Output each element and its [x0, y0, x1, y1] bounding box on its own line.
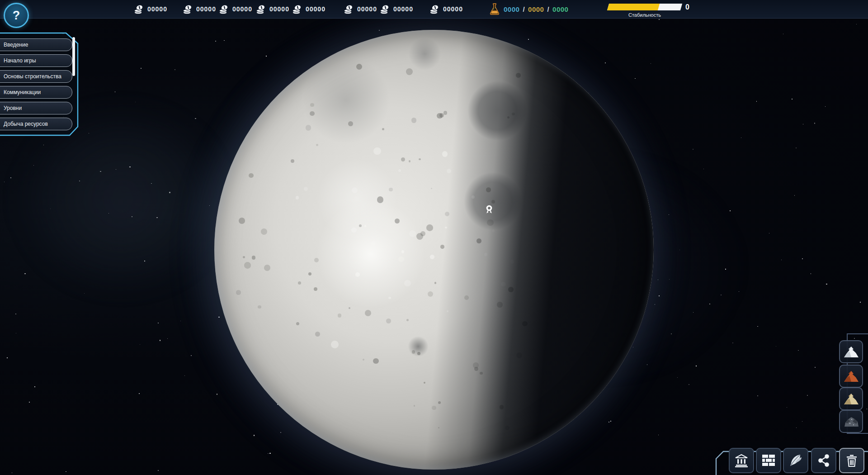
tutorial-item-label: Начало игры [0, 57, 36, 64]
resource-counter: 00000 [219, 0, 252, 18]
medal-marker-icon[interactable] [485, 204, 494, 217]
coin-stack-icon [344, 4, 354, 14]
resource-counter: 00000 [183, 0, 216, 18]
resource-slot-sand-powder[interactable] [839, 387, 863, 410]
coin-stack-icon [292, 4, 302, 14]
tutorial-item-urovni[interactable]: Уровни [0, 102, 72, 114]
tutorial-scrollbar-thumb[interactable] [72, 37, 75, 76]
stability-fill [607, 4, 660, 10]
resource-slot-metal-ore[interactable] [839, 410, 863, 433]
bank-building-icon [734, 454, 749, 467]
tutorial-item-vvedenie[interactable]: Введение [0, 38, 72, 51]
coin-stack-icon [183, 4, 193, 14]
share-button[interactable] [811, 448, 836, 473]
moon-planet[interactable] [214, 30, 654, 470]
resource-counter: 00000 [134, 0, 167, 18]
share-network-icon [817, 454, 830, 467]
game-screen: 00000 00000 00000 00000 00000 00000 0000… [0, 0, 868, 475]
resource-slot-red-powder[interactable] [839, 365, 863, 388]
build-wall-button[interactable] [756, 448, 781, 473]
tutorial-item-label: Уровни [0, 105, 22, 111]
resource-value: 00000 [393, 5, 413, 13]
white-powder-pile-icon [843, 345, 860, 359]
tutorial-item-label: Добыча ресурсов [0, 121, 48, 127]
science-second: 0000 [528, 5, 544, 13]
science-separator: / [523, 5, 525, 13]
resource-value: 00000 [357, 5, 377, 13]
tutorial-item-osnovy-stroitelstva[interactable]: Основы строительства [0, 70, 72, 83]
resource-slot-white-powder[interactable] [839, 340, 863, 363]
science-counter: 0000 / 0000 / 0000 [489, 0, 568, 18]
resource-value: 00000 [232, 5, 252, 13]
coin-stack-icon [429, 4, 440, 14]
tutorial-item-dobycha-resursov[interactable]: Добыча ресурсов [0, 118, 72, 130]
tutorial-item-label: Основы строительства [0, 73, 61, 80]
resource-counter: 00000 [429, 0, 463, 18]
resource-value: 00000 [443, 5, 463, 13]
tutorial-item-kommunikacii[interactable]: Коммуникации [0, 86, 72, 99]
science-separator: / [547, 5, 549, 13]
stability-bar [607, 4, 682, 10]
brick-wall-icon [761, 454, 776, 467]
tutorial-item-label: Введение [0, 42, 28, 48]
build-bank-button[interactable] [729, 448, 754, 473]
trash-bin-icon [845, 454, 858, 467]
metal-ore-pile-icon [843, 415, 860, 428]
help-question-icon: ? [13, 9, 20, 23]
resource-counter: 00000 [292, 0, 326, 18]
resource-value: 00000 [269, 5, 289, 13]
red-powder-pile-icon [843, 370, 860, 383]
demolish-button[interactable] [839, 448, 864, 473]
science-current: 0000 [504, 5, 519, 13]
tutorial-item-label: Коммуникации [0, 89, 41, 95]
coin-stack-icon [219, 4, 229, 14]
coin-stack-icon [380, 4, 390, 14]
stability-value: 0 [685, 3, 689, 11]
coin-stack-icon [134, 4, 144, 14]
tutorial-item-nachalo-igry[interactable]: Начало игры [0, 54, 72, 67]
resource-counter: 00000 [380, 0, 413, 18]
nebula-glow [27, 118, 217, 280]
flask-icon [489, 3, 500, 15]
resource-counter: 00000 [256, 0, 289, 18]
resource-value: 00000 [306, 5, 326, 13]
science-third: 0000 [552, 5, 568, 13]
coin-stack-icon [256, 4, 266, 14]
sand-powder-pile-icon [843, 392, 860, 406]
stability-widget: Стабильность [608, 4, 681, 18]
stability-label: Стабильность [608, 12, 681, 18]
top-resource-bar: 00000 00000 00000 00000 00000 00000 0000… [0, 0, 868, 19]
moon-rim-light [214, 30, 654, 470]
feather-icon [788, 453, 803, 468]
decorate-button[interactable] [783, 448, 808, 473]
resource-value: 00000 [147, 5, 167, 13]
resource-counter: 00000 [344, 0, 377, 18]
help-button[interactable]: ? [4, 3, 29, 28]
resource-value: 00000 [196, 5, 216, 13]
